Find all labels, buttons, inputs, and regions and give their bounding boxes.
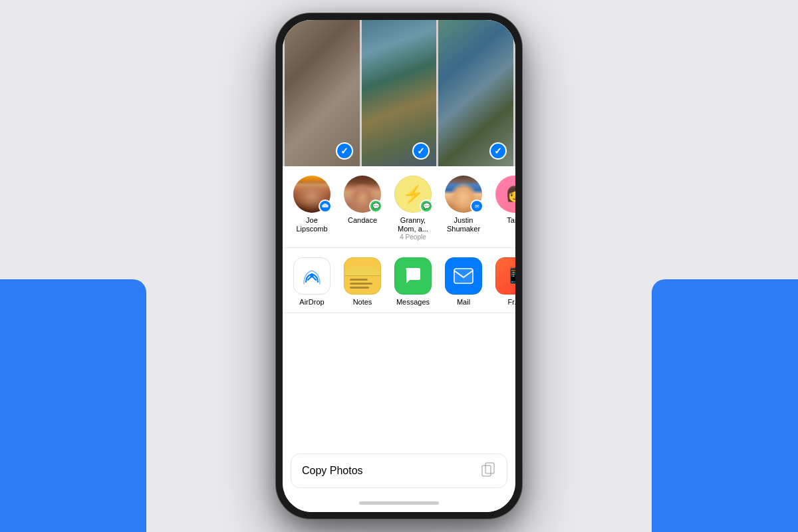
copy-photos-row[interactable]: Copy Photos bbox=[291, 454, 507, 488]
apps-row: AirDrop Notes bbox=[283, 248, 515, 313]
check-badge-1: ✓ bbox=[336, 142, 353, 160]
check-badge-3: ✓ bbox=[489, 142, 507, 160]
home-indicator bbox=[359, 501, 439, 505]
photos-area: ✓ ✓ ✓ bbox=[283, 20, 515, 166]
avatar-group-wrap: ⚡ 💬 bbox=[394, 176, 432, 213]
app-messages[interactable]: Messages bbox=[390, 257, 436, 306]
people-row: JoeLipscomb 💬 Candace bbox=[283, 166, 515, 248]
mail-icon bbox=[445, 257, 482, 295]
avatar-justin-wrap: ✉ bbox=[445, 176, 482, 213]
person-candace[interactable]: 💬 Candace bbox=[340, 176, 385, 241]
photo-thumb-3[interactable]: ✓ bbox=[438, 20, 513, 166]
app-airdrop-label: AirDrop bbox=[299, 298, 324, 306]
phone-frame: ✓ ✓ ✓ bbox=[276, 13, 522, 519]
airdrop-icon bbox=[293, 257, 331, 295]
photo-thumb-1[interactable]: ✓ bbox=[285, 20, 360, 166]
svg-rect-1 bbox=[454, 269, 473, 283]
person-justin[interactable]: ✉ JustinShumaker bbox=[441, 176, 486, 241]
app-mail-label: Mail bbox=[457, 298, 470, 306]
badge-airdrop-joe bbox=[319, 200, 332, 213]
avatar-joe-wrap bbox=[293, 176, 331, 213]
blue-decoration-left bbox=[0, 279, 146, 532]
copy-photos-label: Copy Photos bbox=[302, 465, 363, 477]
person-group[interactable]: ⚡ 💬 Granny, Mom, a... 4 People bbox=[390, 176, 436, 241]
person-justin-name: JustinShumaker bbox=[447, 216, 480, 233]
badge-mail-justin: ✉ bbox=[470, 200, 483, 213]
person-tara[interactable]: 👩 Tara bbox=[491, 176, 515, 241]
notes-icon bbox=[344, 257, 381, 295]
app-mail[interactable]: Mail bbox=[441, 257, 486, 306]
app-fifth-label: Fr... bbox=[508, 298, 515, 306]
photo-thumb-2[interactable]: ✓ bbox=[362, 20, 437, 166]
check-badge-2: ✓ bbox=[412, 142, 430, 160]
svg-rect-4 bbox=[482, 466, 491, 476]
person-tara-name: Tara bbox=[507, 216, 515, 225]
person-group-name: Granny, Mom, a... bbox=[390, 216, 436, 233]
person-candace-name: Candace bbox=[348, 216, 377, 225]
badge-messages-candace: 💬 bbox=[369, 200, 382, 213]
avatar-candace-wrap: 💬 bbox=[344, 176, 381, 213]
avatar-tara-wrap: 👩 bbox=[495, 176, 515, 213]
app-notes-label: Notes bbox=[353, 298, 372, 306]
avatar-tara: 👩 bbox=[495, 176, 515, 213]
messages-icon bbox=[394, 257, 432, 295]
person-group-sub: 4 People bbox=[400, 233, 426, 241]
share-sheet: JoeLipscomb 💬 Candace bbox=[283, 166, 515, 512]
home-indicator-area bbox=[283, 493, 515, 512]
app-messages-label: Messages bbox=[396, 298, 430, 306]
fifth-app-icon: 📱 bbox=[495, 257, 515, 295]
app-fifth[interactable]: 📱 Fr... bbox=[491, 257, 515, 306]
person-joe[interactable]: JoeLipscomb bbox=[289, 176, 334, 241]
phone-mockup: ✓ ✓ ✓ bbox=[276, 13, 522, 519]
app-airdrop[interactable]: AirDrop bbox=[289, 257, 334, 306]
phone-screen: ✓ ✓ ✓ bbox=[283, 20, 515, 512]
blue-decoration-right bbox=[652, 279, 798, 532]
person-joe-name: JoeLipscomb bbox=[296, 216, 327, 233]
copy-icon bbox=[480, 462, 496, 481]
app-notes[interactable]: Notes bbox=[340, 257, 385, 306]
badge-messages-group: 💬 bbox=[420, 200, 433, 213]
svg-rect-3 bbox=[485, 463, 494, 473]
spacer bbox=[283, 313, 515, 448]
